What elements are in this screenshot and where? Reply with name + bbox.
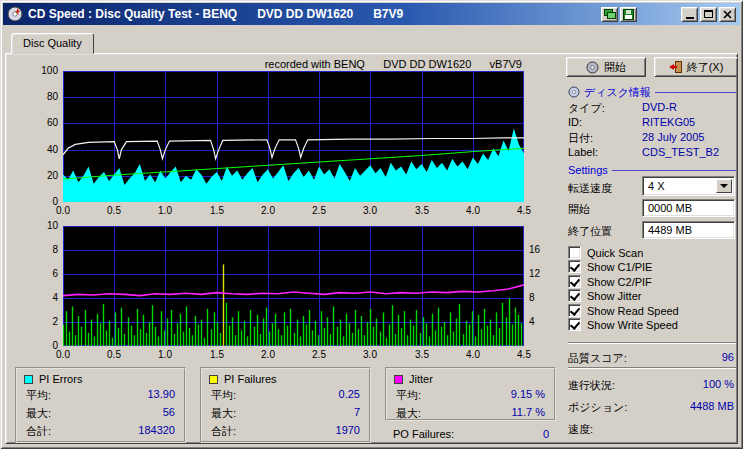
chart-canvas [63,226,524,346]
checkbox-show-c1-pie[interactable]: Show C1/PIE [568,260,652,273]
tab-disc-quality[interactable]: Disc Quality [11,33,94,54]
save-image-button[interactable] [620,7,637,22]
axis-tick-label: 40 [30,144,58,156]
checkbox-label: Quick Scan [587,247,643,259]
axis-tick-label: 4 [30,292,58,304]
max-value: 11.7 % [512,406,545,421]
avg-value: 9.15 % [511,388,545,403]
checkbox-show-write-speed[interactable]: Show Write Speed [568,318,678,331]
axis-tick-label: 2.0 [255,205,281,217]
checkbox-label: Show C1/PIE [587,261,652,273]
speed-status-label: 速度: [568,422,593,437]
stat-row: 最大: 56 [17,404,184,422]
minimize-icon [686,17,694,19]
minimize-button[interactable] [681,7,698,22]
disc-label-row: Label: CDS_TEST_B2 [568,146,736,159]
checkbox-show-c2-pif[interactable]: Show C2/PIF [568,275,652,288]
titlebar[interactable]: CD Speed : Disc Quality Test - BENQ DVD … [3,3,740,25]
stat-row: 平均: 0.25 [202,386,369,404]
stat-row: 最大: 7 [202,404,369,422]
start-button[interactable]: 開始 [566,57,646,77]
axis-tick-label: 0.5 [101,205,127,217]
axis-tick-label: 2.0 [255,349,281,361]
end-pos-label: 終了位置 [568,224,612,239]
start-button-label: 開始 [604,60,626,75]
start-disc-icon [586,61,599,74]
section-rule [612,170,736,171]
position-value: 4488 MB [690,400,734,412]
max-value: 7 [354,406,360,421]
pi-failures-title-row: PI Failures [202,369,369,386]
axis-tick-label: 0.0 [50,349,76,361]
po-failures-row: PO Failures: 0 [393,428,549,440]
maximize-icon [704,10,713,18]
stat-row: 合計: 184320 [17,422,184,440]
close-button[interactable] [719,7,736,22]
start-pos-input[interactable]: 0000 MB [642,199,735,217]
screen-capture-button[interactable] [601,7,618,22]
avg-value: 13.90 [147,388,175,403]
progress-row: 進行状況: 100 % [568,378,736,391]
axis-tick-label: 0.5 [101,349,127,361]
axis-tick-label: 4.5 [511,205,537,217]
axis-tick-label: 10 [30,220,58,232]
window-title: CD Speed : Disc Quality Test - BENQ DVD … [28,7,599,21]
max-label: 最大: [211,406,236,421]
checkbox-box[interactable] [568,275,581,288]
quality-score-label: 品質スコア: [568,351,627,366]
disc-info-header: ディスク情報 [568,85,736,99]
checkbox-box[interactable] [568,246,581,259]
end-pos-input[interactable]: 4489 MB [642,221,735,239]
speed-select[interactable]: 4 X [642,176,735,196]
checkbox-box[interactable] [568,260,581,273]
checkbox-box[interactable] [568,289,581,302]
pie-errors-chart: 0204060801000.00.51.01.52.02.53.03.54.04… [63,71,524,202]
app-icon[interactable] [7,6,23,22]
pie-legend-swatch [24,375,33,384]
axis-tick-label: 1.5 [204,205,230,217]
axis-tick-label: 4.0 [460,205,486,217]
checkbox-quick-scan[interactable]: Quick Scan [568,246,643,259]
pi-failures-title: PI Failures [224,373,277,385]
settings-title: Settings [568,164,608,176]
divider [568,342,736,344]
total-value: 184320 [138,424,175,439]
checkbox-box[interactable] [568,304,581,317]
avg-label: 平均: [396,388,421,403]
jitter-title: Jitter [409,373,433,385]
divider [568,367,736,369]
axis-tick-label: 80 [30,91,58,103]
disc-date-value: 28 July 2005 [642,131,704,143]
axis-tick-label: 2.5 [306,205,332,217]
section-rule [655,92,736,93]
checkbox-label: Show Jitter [587,290,641,302]
pi-errors-title: PI Errors [39,373,82,385]
screen-capture-icon [604,9,616,20]
disc-date-row: 日付: 28 July 2005 [568,131,736,144]
speed-dropdown-button[interactable] [716,179,732,193]
checkbox-show-jitter[interactable]: Show Jitter [568,289,641,302]
maximize-button[interactable] [700,7,717,22]
max-value: 56 [163,406,175,421]
save-image-icon [623,9,634,20]
stat-row: 平均: 13.90 [17,386,184,404]
exit-button[interactable]: 終了(X) [654,57,738,77]
checkbox-show-read-speed[interactable]: Show Read Speed [568,304,679,317]
pi-errors-box: PI Errors 平均: 13.90 最大: 56 合計: 184320 [15,367,186,443]
speed-label: 転送速度 [568,181,612,196]
exit-button-label: 終了(X) [687,60,724,75]
axis-tick-label: 1.5 [204,349,230,361]
speed-status-row: 速度: [568,422,736,435]
chevron-down-icon [720,184,728,188]
axis-tick-label: 4.5 [511,349,537,361]
disc-id-label: ID: [568,116,582,128]
disc-info-title: ディスク情報 [584,85,651,100]
checkbox-box[interactable] [568,318,581,331]
position-label: ポジション: [568,400,627,415]
axis-tick-label: 1.0 [152,205,178,217]
progress-label: 進行状況: [568,378,615,393]
disc-id-value: RITEKG05 [642,116,695,128]
axis-tick-label: 3.0 [357,349,383,361]
settings-header: Settings [568,163,736,177]
checkbox-label: Show Read Speed [587,305,679,317]
